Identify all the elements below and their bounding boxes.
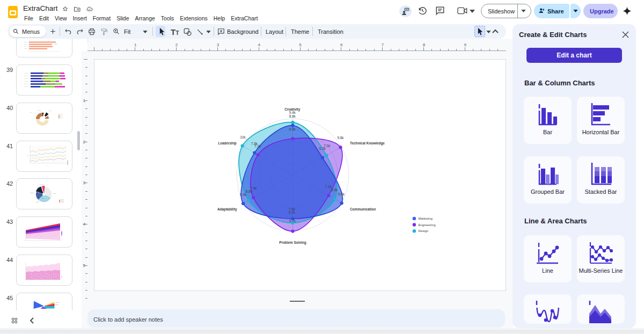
svg-text:X: X [42, 242, 43, 243]
svg-text:X: X [45, 281, 46, 282]
svg-text:10k: 10k [240, 135, 246, 139]
svg-text:Crimson: Crimson [40, 184, 45, 186]
svg-text:Engineering: Engineering [419, 223, 436, 227]
svg-text:7.0k: 7.0k [254, 144, 261, 148]
svg-text:Leadership: Leadership [218, 141, 237, 146]
svg-text:6.2k: 6.2k [319, 147, 326, 150]
svg-text:9.9k: 9.9k [240, 193, 247, 197]
svg-text:Val: Val [27, 155, 28, 157]
svg-text:9.7k: 9.7k [289, 219, 296, 223]
svg-text:6.2k: 6.2k [289, 210, 296, 214]
svg-text:Problem Solving: Problem Solving [279, 241, 306, 245]
svg-text:Design: Design [419, 229, 429, 233]
svg-text:Cat C: Cat C [49, 110, 52, 112]
svg-text:8.8k: 8.8k [289, 114, 296, 118]
svg-text:Cat B: Cat B [38, 110, 41, 111]
svg-text:9.8k: 9.8k [337, 136, 344, 140]
svg-text:Blue: Blue [36, 201, 40, 203]
svg-text:Marketing: Marketing [419, 217, 433, 220]
svg-text:Black: Black [31, 192, 34, 194]
svg-text:Cat A: Cat A [30, 112, 33, 113]
svg-text:Gray: Gray [53, 193, 56, 194]
svg-text:Adaptability: Adaptability [217, 207, 237, 212]
svg-text:Technical Knowledge: Technical Knowledge [350, 141, 385, 146]
svg-text:9.9k: 9.9k [338, 192, 345, 196]
svg-text:8.5k: 8.5k [331, 188, 338, 192]
svg-text:X: X [47, 165, 48, 166]
svg-text:8.8k: 8.8k [246, 190, 253, 193]
svg-text:6.5k: 6.5k [289, 127, 296, 131]
svg-text:Navy: Navy [37, 186, 40, 188]
svg-text:Communication: Communication [350, 207, 376, 211]
